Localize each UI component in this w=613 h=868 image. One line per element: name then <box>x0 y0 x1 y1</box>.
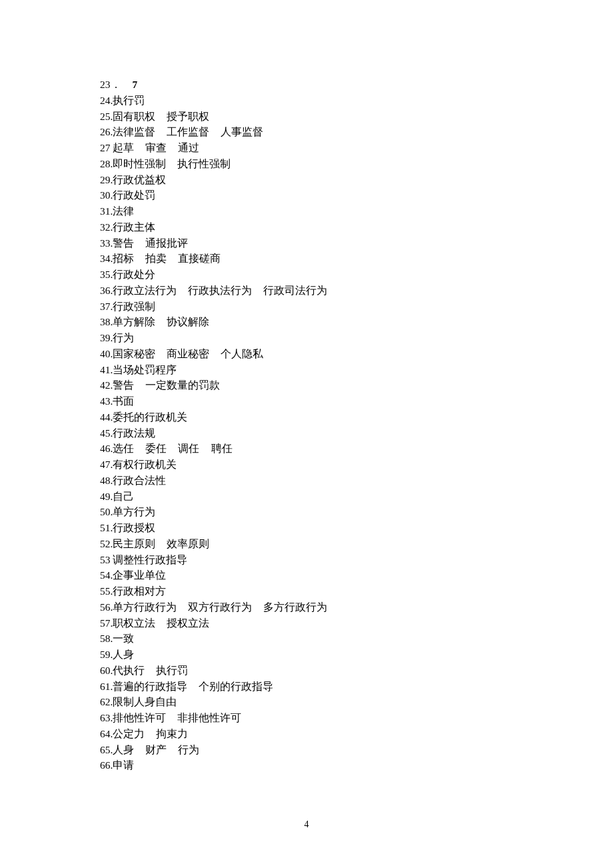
item-number: 46 <box>100 443 111 454</box>
item-text: 行政主体 <box>113 221 155 233</box>
item-number: 36 <box>100 285 111 296</box>
item-number: 48 <box>100 475 111 486</box>
list-item: 32.行政主体 <box>100 219 513 235</box>
item-text: 行政处分 <box>113 269 155 280</box>
item-text: 双方行政行为 <box>188 601 252 613</box>
item-text: 警告 <box>113 379 134 391</box>
item-text: 委任 <box>145 443 167 454</box>
item-text: 行政执法行为 <box>188 285 252 296</box>
item-text: 行为 <box>178 744 199 755</box>
item-text: 行政法规 <box>113 427 155 439</box>
item-number: 24 <box>100 95 111 106</box>
item-text: 行政授权 <box>113 522 155 533</box>
list-item: 46.选任委任调任聘任 <box>100 441 513 456</box>
list-item: 50.单方行为 <box>100 504 513 519</box>
item-text: 调任 <box>178 443 199 454</box>
item-number: 57 <box>100 617 111 629</box>
answer-list: 23．724.执行罚25.固有职权授予职权26.法律监督工作监督人事监督27 起… <box>100 77 513 773</box>
list-item: 36.行政立法行为行政执法行为行政司法行为 <box>100 283 513 298</box>
item-number: 56 <box>100 601 111 613</box>
item-number: 47 <box>100 459 111 470</box>
item-text: 警告 <box>113 237 134 249</box>
item-text: 申请 <box>113 759 134 771</box>
list-item: 33.警告通报批评 <box>100 235 513 251</box>
item-text: 财产 <box>145 744 167 755</box>
item-number: 62 <box>100 696 111 707</box>
item-number: 30 <box>100 189 111 201</box>
list-item: 34.招标拍卖直接磋商 <box>100 251 513 266</box>
list-item: 51.行政授权 <box>100 520 513 535</box>
item-text: 通过 <box>178 142 199 153</box>
item-text: 限制人身自由 <box>113 696 177 707</box>
item-text: 职权立法 <box>113 617 155 629</box>
item-text: 行政合法性 <box>113 475 166 486</box>
list-item: 43.书面 <box>100 393 513 409</box>
item-number: 28 <box>100 158 111 169</box>
item-text: 民主原则 <box>113 538 155 549</box>
list-item: 53 调整性行政指导 <box>100 552 513 567</box>
item-text: 单方解除 <box>113 316 155 327</box>
item-text: 工作监督 <box>167 126 209 137</box>
item-text: 法律监督 <box>113 126 155 137</box>
item-text: 调整性行政指导 <box>113 554 187 565</box>
item-text: 授权立法 <box>167 617 209 629</box>
item-text: 当场处罚程序 <box>113 364 177 375</box>
item-number: 26 <box>100 126 111 137</box>
item-number: 39 <box>100 332 111 343</box>
item-text: 人身 <box>113 744 134 755</box>
item-text: 聘任 <box>211 443 233 454</box>
item-text: 起草 <box>113 142 134 153</box>
item-number: 65 <box>100 744 111 755</box>
item-text: 选任 <box>113 443 134 454</box>
item-number: 52 <box>100 538 111 549</box>
item-text: 行政相对方 <box>113 585 166 597</box>
item-text: 直接磋商 <box>178 253 221 264</box>
list-item: 25.固有职权授予职权 <box>100 109 513 124</box>
item-number: 45 <box>100 427 111 439</box>
item-text: 委托的行政机关 <box>113 411 187 423</box>
item-number: 44 <box>100 411 111 423</box>
item-text: 非排他性许可 <box>177 712 241 723</box>
item-text: 授予职权 <box>167 111 209 122</box>
item-text: 单方行政行为 <box>113 601 177 613</box>
item-text: 个人隐私 <box>221 348 263 359</box>
item-number: 55 <box>100 585 111 597</box>
item-number: 41 <box>100 364 111 375</box>
item-number: 38 <box>100 316 111 327</box>
item-number: 31 <box>100 205 111 217</box>
item-text: 书面 <box>113 395 134 407</box>
document-page: 23．724.执行罚25.固有职权授予职权26.法律监督工作监督人事监督27 起… <box>0 0 613 773</box>
item-text: 代执行 <box>113 665 145 676</box>
item-text: 即时性强制 <box>113 158 166 169</box>
list-item: 37.行政强制 <box>100 299 513 314</box>
item-number: 63 <box>100 712 111 723</box>
list-item: 63.排他性许可非排他性许可 <box>100 710 513 725</box>
list-item: 61.普遍的行政指导个别的行政指导 <box>100 679 513 694</box>
item-text: 有权行政机关 <box>113 459 177 470</box>
item-number: 33 <box>100 237 111 249</box>
list-item: 66.申请 <box>100 757 513 773</box>
item-text: 法律 <box>113 205 134 217</box>
item-text: 排他性许可 <box>113 712 166 723</box>
list-item: 45.行政法规 <box>100 425 513 441</box>
item-number: 66 <box>100 759 111 771</box>
item-text: 公定力 <box>113 728 145 739</box>
item-text: 一致 <box>113 633 134 644</box>
item-text: 行政司法行为 <box>263 285 327 296</box>
list-item: 39.行为 <box>100 330 513 345</box>
list-item: 55.行政相对方 <box>100 583 513 599</box>
item-number: 27 <box>100 142 111 153</box>
item-text: 执行性强制 <box>177 158 231 169</box>
item-text: 行为 <box>113 332 134 343</box>
item-number: 32 <box>100 221 111 233</box>
item-number: 59 <box>100 649 111 660</box>
item-text: 普遍的行政指导 <box>113 681 187 692</box>
item-text: 效率原则 <box>167 538 209 549</box>
item-number: 53 <box>100 554 111 565</box>
list-item: 30.行政处罚 <box>100 187 513 203</box>
list-item: 58.一致 <box>100 631 513 646</box>
item-text: 商业秘密 <box>167 348 209 359</box>
list-item: 64.公定力拘束力 <box>100 726 513 741</box>
item-text: 固有职权 <box>113 111 155 122</box>
list-item: 23．7 <box>100 77 513 92</box>
